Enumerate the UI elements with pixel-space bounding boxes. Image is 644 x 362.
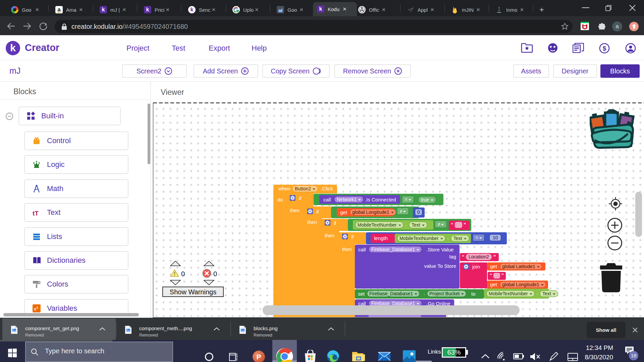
svg-text:$: $ bbox=[603, 45, 606, 52]
svg-text:tT: tT bbox=[33, 210, 39, 217]
svg-text:x: x bbox=[34, 306, 37, 311]
svg-text:y: y bbox=[37, 306, 38, 309]
